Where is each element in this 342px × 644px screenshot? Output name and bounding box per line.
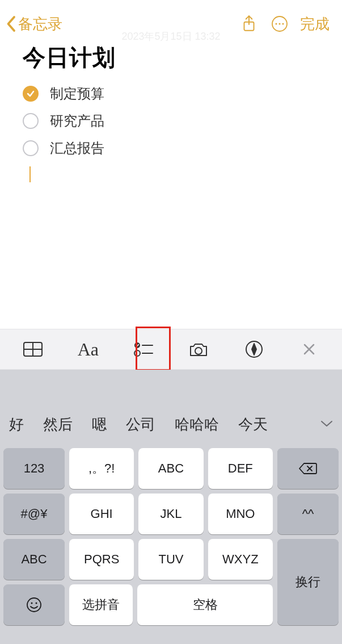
key-symbols[interactable]: #@¥ <box>3 494 65 534</box>
key-punct[interactable]: ,。?! <box>69 448 134 489</box>
svg-point-19 <box>31 603 33 604</box>
checkbox-unchecked-icon[interactable] <box>23 140 39 156</box>
table-button[interactable] <box>16 332 50 366</box>
emoji-icon <box>26 596 43 613</box>
key-select-pinyin[interactable]: 选拼音 <box>69 584 133 625</box>
checklist-icon <box>133 341 154 358</box>
key-backspace[interactable] <box>277 448 339 489</box>
suggestion-item[interactable]: 今天 <box>238 415 268 434</box>
key-face[interactable]: ^^ <box>277 494 339 534</box>
share-button[interactable] <box>237 11 261 36</box>
key-ghi[interactable]: GHI <box>69 494 134 534</box>
checklist-button[interactable] <box>126 332 161 366</box>
key-mno[interactable]: MNO <box>208 494 273 534</box>
note-title[interactable]: 今日计划 <box>23 42 325 73</box>
pen-circle-icon <box>245 340 263 358</box>
key-def[interactable]: DEF <box>208 448 273 489</box>
format-toolbar: Aa <box>0 329 342 370</box>
close-toolbar-button[interactable] <box>292 332 326 366</box>
back-label: 备忘录 <box>18 14 62 34</box>
backspace-icon <box>298 462 318 475</box>
suggestion-bar: 好然后嗯公司哈哈哈今天 <box>0 404 342 445</box>
key-abc[interactable]: ABC <box>138 448 203 489</box>
more-button[interactable] <box>267 11 292 36</box>
markup-button[interactable] <box>237 332 271 366</box>
expand-suggestions-button[interactable] <box>320 420 333 430</box>
suggestion-item[interactable]: 哈哈哈 <box>175 415 219 434</box>
keyboard-strip <box>0 370 342 404</box>
key-wxyz[interactable]: WXYZ <box>208 539 273 580</box>
key-space[interactable]: 空格 <box>137 584 273 625</box>
suggestion-item[interactable]: 好 <box>9 415 24 434</box>
key-emoji[interactable] <box>3 584 65 625</box>
aa-icon: Aa <box>78 339 99 360</box>
ellipsis-circle-icon <box>271 15 288 32</box>
suggestion-item[interactable]: 公司 <box>126 415 155 434</box>
key-pqrs[interactable]: PQRS <box>69 539 134 580</box>
key-jkl[interactable]: JKL <box>138 494 203 534</box>
camera-button[interactable] <box>181 332 216 366</box>
suggestion-item[interactable]: 嗯 <box>92 415 107 434</box>
checklist-item-text: 制定预算 <box>50 85 104 103</box>
checklist-item-text: 汇总报告 <box>50 139 104 157</box>
share-icon <box>242 15 256 33</box>
checklist-item-text: 研究产品 <box>50 112 104 130</box>
keyboard: 123 ,。?! ABC DEF #@¥ GHI JKL MNO ^^ ABC … <box>0 445 342 644</box>
back-button[interactable]: 备忘录 <box>6 14 62 34</box>
suggestion-item[interactable]: 然后 <box>43 415 73 434</box>
checkbox-unchecked-icon[interactable] <box>23 113 39 129</box>
svg-point-10 <box>134 350 140 356</box>
key-abc-mode[interactable]: ABC <box>3 539 65 580</box>
close-icon <box>302 342 316 356</box>
svg-point-12 <box>195 348 202 354</box>
svg-point-18 <box>27 598 41 612</box>
chevron-down-icon <box>320 420 333 428</box>
key-tuv[interactable]: TUV <box>138 539 203 580</box>
svg-point-20 <box>36 603 37 604</box>
svg-point-3 <box>279 23 281 25</box>
checklist-item[interactable]: 汇总报告 <box>23 139 325 157</box>
checklist-item[interactable]: 研究产品 <box>23 112 325 130</box>
checklist-item[interactable]: 制定预算 <box>23 85 325 103</box>
key-123[interactable]: 123 <box>3 448 65 489</box>
svg-point-4 <box>282 23 284 25</box>
text-format-button[interactable]: Aa <box>71 332 105 366</box>
chevron-left-icon <box>6 15 16 32</box>
checkbox-checked-icon[interactable] <box>23 86 39 102</box>
camera-icon <box>188 341 209 358</box>
note-content[interactable]: 今日计划 制定预算研究产品汇总报告 <box>0 30 342 182</box>
text-cursor <box>29 166 31 182</box>
svg-point-2 <box>276 23 277 25</box>
table-icon <box>23 341 43 357</box>
done-button[interactable]: 完成 <box>300 14 330 34</box>
